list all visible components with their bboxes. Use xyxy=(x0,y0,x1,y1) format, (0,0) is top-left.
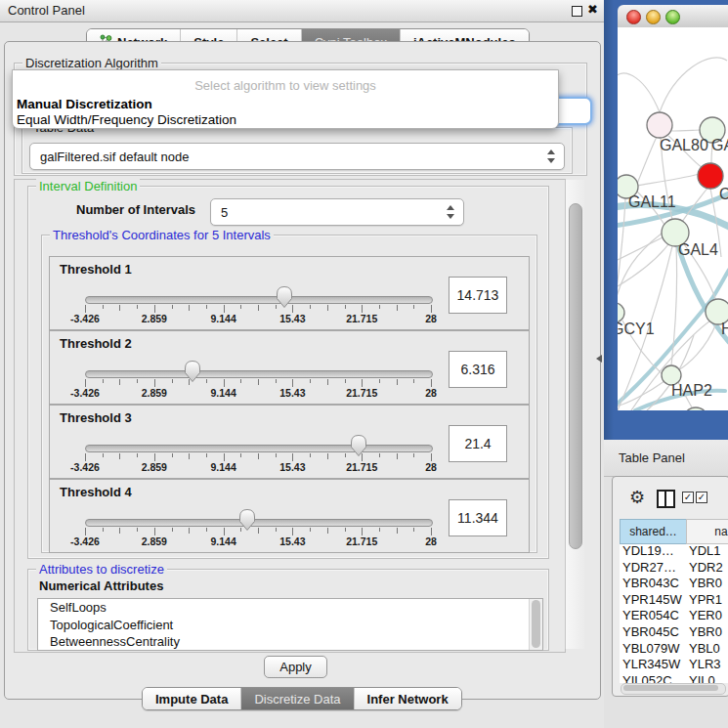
slider-tick-label: 21.715 xyxy=(336,461,387,473)
network-graph[interactable]: GAL80GACGAL11GAL4GCY1HHAP2 xyxy=(618,27,728,410)
network-node[interactable] xyxy=(618,303,624,322)
shared-name-cell[interactable]: YER054C xyxy=(620,608,687,622)
name-cell[interactable]: YDR2 xyxy=(687,560,723,575)
slider-tick-label: 21.715 xyxy=(336,313,387,324)
bottom-tab-infer-network[interactable]: Infer Network xyxy=(354,688,461,709)
close-traffic-light-icon[interactable] xyxy=(626,10,641,24)
slider-tick xyxy=(137,305,138,309)
bottom-tab-label: Infer Network xyxy=(367,692,449,707)
name-cell[interactable]: YER0 xyxy=(687,608,722,622)
shared-name-cell[interactable]: YDL19… xyxy=(620,543,687,558)
name-cell[interactable]: YLR3 xyxy=(687,657,721,671)
table-row[interactable]: YBL079WYBL0 xyxy=(620,641,728,658)
slider-tick-label: 2.859 xyxy=(129,313,180,324)
vertical-scrollbar-thumb[interactable] xyxy=(569,203,582,549)
network-node[interactable] xyxy=(647,112,672,138)
splitter-collapse-icon[interactable] xyxy=(596,355,602,363)
slider-tick xyxy=(154,528,155,535)
threshold-3-slider-track[interactable] xyxy=(85,445,433,452)
bottom-tab-discretize-data[interactable]: Discretize Data xyxy=(240,688,353,709)
name-cell[interactable]: YBL0 xyxy=(687,641,720,656)
shared-name-cell[interactable]: YPR145W xyxy=(620,592,687,607)
slider-tick-label: 9.144 xyxy=(198,313,249,324)
name-cell[interactable]: YPR1 xyxy=(687,592,722,607)
horizontal-scrollbar[interactable] xyxy=(621,683,726,695)
slider-tick-label: 2.859 xyxy=(129,387,180,399)
attribute-list-item[interactable]: BetweennessCentrality xyxy=(38,633,542,651)
threshold-4-slider-thumb[interactable] xyxy=(238,508,256,535)
slider-tick xyxy=(206,379,207,383)
close-icon[interactable]: ✖ xyxy=(587,2,598,17)
slider-tick xyxy=(189,305,190,311)
float-window-icon[interactable] xyxy=(572,6,582,17)
slider-tick xyxy=(189,528,190,534)
threshold-3-slider-thumb[interactable] xyxy=(350,434,367,461)
gear-icon[interactable]: ⚙ xyxy=(629,487,645,508)
table-row[interactable]: YBR043CYBR0 xyxy=(620,576,728,592)
attribute-list-item[interactable]: SelfLoops xyxy=(38,599,542,617)
name-cell[interactable]: YDL1 xyxy=(687,543,721,558)
name-cell[interactable]: YIL0 xyxy=(687,673,715,683)
list-scrollbar-thumb[interactable] xyxy=(532,600,540,648)
table-panel-titlebar: Table Panel xyxy=(604,440,728,477)
menu-item-equal-width-frequency[interactable]: Equal Width/Frequency Discretization xyxy=(17,112,236,127)
threshold-2-slider-track[interactable] xyxy=(85,370,433,378)
node-table[interactable]: shared… na YDL19…YDL1YDR27…YDR2YBR043CYB… xyxy=(620,519,728,683)
threshold-4-value-field[interactable]: 11.344 xyxy=(449,499,507,536)
slider-tick xyxy=(172,379,173,383)
table-row[interactable]: YER054CYER0 xyxy=(620,608,728,624)
bottom-tab-bar: Impute DataDiscretize DataInfer Network xyxy=(142,687,462,710)
slider-tick xyxy=(258,379,259,385)
attribute-list-item[interactable]: TopologicalCoefficient xyxy=(38,617,542,634)
table-row[interactable]: YBR045CYBR0 xyxy=(620,624,728,641)
table-row[interactable]: YIL052CYIL0 xyxy=(620,673,728,683)
minimize-traffic-light-icon[interactable] xyxy=(646,10,661,24)
table-row[interactable]: YDL19…YDL1 xyxy=(620,543,728,560)
table-row[interactable]: YPR145WYPR1 xyxy=(620,592,728,609)
zoom-traffic-light-icon[interactable] xyxy=(665,10,680,24)
network-node[interactable] xyxy=(683,407,708,410)
slider-tick-label: 9.144 xyxy=(198,535,249,547)
column-header-name[interactable]: na xyxy=(686,519,728,544)
shared-name-cell[interactable]: YLR345W xyxy=(620,657,687,671)
threshold-2-slider-thumb[interactable] xyxy=(184,360,201,387)
numerical-attributes-list[interactable]: SelfLoopsTopologicalCoefficientBetweenne… xyxy=(37,598,543,651)
shared-name-cell[interactable]: YDR27… xyxy=(620,560,687,575)
slider-tick-label: 21.715 xyxy=(336,387,387,399)
number-of-intervals-combo[interactable]: 5 xyxy=(210,198,464,226)
menu-item-manual-discretization[interactable]: Manual Discretization xyxy=(17,97,152,111)
list-scrollbar[interactable] xyxy=(529,599,542,650)
name-cell[interactable]: YBR0 xyxy=(687,624,722,639)
network-node-label: GAL80 xyxy=(660,137,708,153)
threshold-2-value-field[interactable]: 6.316 xyxy=(449,351,507,388)
bottom-tab-impute-data[interactable]: Impute Data xyxy=(143,688,240,709)
shared-name-cell[interactable]: YBL079W xyxy=(620,641,687,656)
name-cell[interactable]: YBR0 xyxy=(687,576,722,590)
horizontal-scrollbar-thumb[interactable] xyxy=(623,685,718,691)
window-title: Control Panel xyxy=(8,3,85,18)
threshold-1-slider-track[interactable] xyxy=(85,296,433,304)
vertical-scrollbar[interactable] xyxy=(565,180,584,649)
shared-name-cell[interactable]: YIL052C xyxy=(620,673,687,683)
apply-button[interactable]: Apply xyxy=(264,656,327,678)
slider-tick xyxy=(276,453,277,457)
table-row[interactable]: YLR345WYLR3 xyxy=(620,657,728,673)
threshold-1-slider-thumb[interactable] xyxy=(276,285,293,313)
number-of-intervals-label: Number of Intervals xyxy=(76,202,195,217)
checkbox-select-all-icon[interactable]: ✓ xyxy=(682,492,694,503)
checkbox-select-none-icon[interactable]: ✓ xyxy=(696,492,707,503)
table-row[interactable]: YDR27…YDR2 xyxy=(620,560,728,577)
column-header-shared-name[interactable]: shared… xyxy=(620,519,687,544)
slider-tick xyxy=(137,453,138,457)
slider-tick xyxy=(85,528,86,535)
columns-icon[interactable] xyxy=(657,490,675,508)
shared-name-cell[interactable]: YBR045C xyxy=(620,624,687,639)
slider-tick-label: -3.426 xyxy=(60,461,110,473)
threshold-4-panel: Threshold 4-3.4262.8599.14415.4321.71528… xyxy=(49,479,530,553)
table-data-combo[interactable]: galFiltered.sif default node xyxy=(29,143,565,170)
threshold-4-slider-track[interactable] xyxy=(85,519,433,527)
threshold-1-value-field[interactable]: 14.713 xyxy=(449,277,507,314)
threshold-3-value-field[interactable]: 21.4 xyxy=(449,425,507,462)
bottom-tab-label: Impute Data xyxy=(155,692,228,707)
shared-name-cell[interactable]: YBR043C xyxy=(620,576,687,590)
